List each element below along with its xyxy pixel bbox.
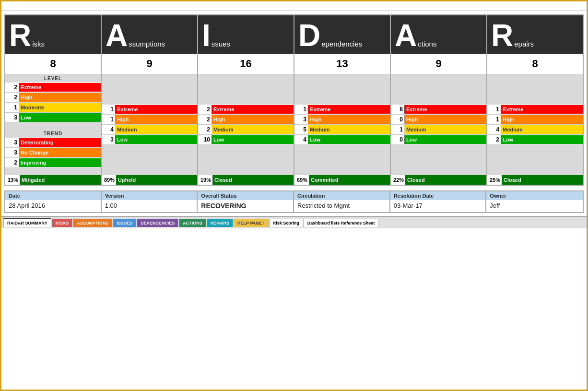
issues-extreme-label: Extreme: [212, 105, 294, 114]
actions-extreme-num: 8: [391, 105, 404, 114]
risks-small-word: isks: [32, 40, 45, 51]
list-item: 2High: [198, 115, 294, 125]
actions-header: Actions: [391, 15, 486, 54]
header: [1, 1, 587, 11]
actions-medium-num: 1: [391, 125, 404, 134]
assumptions-pct-label: Upheld: [116, 175, 197, 185]
tab-dependencies[interactable]: DEPENDENCIES: [137, 219, 178, 227]
dependencies-small-word: ependencies: [321, 40, 362, 51]
actions-low-label: Low: [404, 135, 486, 144]
risks-pct-num: 13%: [5, 175, 20, 185]
tab-issues[interactable]: ISSUES: [113, 219, 136, 227]
list-item: 2Medium: [198, 125, 294, 135]
risks-high-label: High: [19, 93, 101, 102]
issues-high-label: High: [212, 115, 294, 124]
tab-assumptions[interactable]: ASSUMPTIONS: [73, 219, 112, 227]
repairs-small-word: epairs: [514, 40, 534, 51]
dependencies-spacer-top: [294, 74, 390, 105]
tab-help-page-[interactable]: HELP PAGE !: [234, 219, 269, 227]
repairs-low-num: 2: [487, 135, 501, 144]
info-cell-label: Resolution Date: [390, 191, 486, 200]
assumptions-extreme-num: 1: [102, 105, 115, 114]
info-cell-value: 28 April 2016: [9, 202, 97, 209]
actions-pct-num: 22%: [391, 175, 405, 185]
issues-spacer-bot: [198, 145, 294, 175]
actions-extreme-label: Extreme: [404, 105, 486, 114]
risks-big-letter: R: [9, 20, 31, 51]
actions-pct-row: 22%Closed: [391, 175, 486, 185]
repairs-medium-label: Medium: [501, 125, 583, 134]
actions-medium-label: Medium: [404, 125, 486, 134]
risks-high-num: 2: [5, 93, 19, 102]
risks-deteriorating-num: 3: [5, 138, 19, 147]
list-item: 2Improving: [5, 158, 101, 168]
dependencies-extreme-num: 1: [294, 105, 308, 114]
info-cell-value: 03-Mar-17: [394, 202, 482, 209]
tab-dashboard-lists-reference-sheet[interactable]: Dashboard lists Reference Sheet: [304, 219, 379, 227]
info-cell-label: Version: [102, 191, 197, 200]
list-item: 1Medium: [391, 125, 486, 135]
info-cell-value: RECOVERING: [201, 202, 290, 210]
list-item: 1High: [102, 115, 197, 125]
actions-count: 9: [391, 54, 486, 74]
repairs-big-letter: R: [491, 20, 513, 51]
assumptions-extreme-label: Extreme: [115, 105, 197, 114]
actions-high-label: High: [404, 115, 486, 124]
assumptions-low-num: 3: [102, 135, 115, 144]
tab-actions[interactable]: ACTIONS: [179, 219, 206, 227]
list-item: 3No Change: [5, 148, 101, 158]
assumptions-spacer-top: [102, 74, 197, 105]
tabs-bar[interactable]: RAIDAR SUMMARYRISKSASSUMPTIONSISSUESDEPE…: [1, 216, 587, 228]
issues-big-letter: I: [202, 20, 211, 51]
dependencies-low-label: Low: [308, 135, 390, 144]
actions-high-num: 0: [391, 115, 404, 124]
risks-deteriorating-label: Deteriorating: [19, 138, 101, 147]
list-item: 4Medium: [487, 125, 583, 135]
list-item: 4Low: [294, 135, 390, 145]
assumptions-high-num: 1: [102, 115, 115, 124]
list-item: 2Extreme: [198, 105, 294, 115]
issues-header: Issues: [198, 15, 294, 54]
issues-pct-label: Closed: [212, 175, 294, 185]
repairs-high-label: High: [501, 115, 583, 124]
dependencies-count: 13: [294, 54, 390, 74]
risks-moderate-label: Moderate: [19, 103, 101, 112]
info-cell-label: Circulation: [294, 191, 389, 200]
repairs-extreme-num: 1: [487, 105, 501, 114]
issues-small-word: ssues: [212, 40, 230, 51]
col-issues: Issues162Extreme2High2Medium10Low19%Clos…: [198, 15, 294, 186]
issues-extreme-num: 2: [198, 105, 212, 114]
col-dependencies: Dependencies131Extreme3High5Medium4Low69…: [294, 15, 391, 186]
dependencies-extreme-label: Extreme: [308, 105, 390, 114]
risks-no-change-num: 3: [5, 148, 19, 157]
repairs-pct-num: 25%: [487, 175, 502, 185]
col-risks: Risks8LEVEL2Extreme2High1Moderate3LowTRE…: [5, 15, 102, 186]
assumptions-pct-num: 89%: [102, 175, 116, 185]
repairs-low-label: Low: [501, 135, 583, 144]
tab-raidar-summary[interactable]: RAIDAR SUMMARY: [3, 218, 51, 227]
tab-repairs[interactable]: REPAIRS: [207, 219, 233, 227]
repairs-high-num: 1: [487, 115, 501, 124]
issues-medium-num: 2: [198, 125, 212, 134]
repairs-extreme-label: Extreme: [501, 105, 583, 114]
dependencies-high-label: High: [308, 115, 390, 124]
issues-low-num: 10: [198, 135, 212, 144]
actions-spacer-bot: [391, 145, 486, 175]
dependencies-low-num: 4: [294, 135, 308, 144]
risks-moderate-num: 1: [5, 103, 19, 112]
repairs-pct-label: Closed: [502, 175, 583, 185]
tab-risk-scoring[interactable]: Risk Scoring: [269, 219, 303, 227]
issues-count: 16: [198, 54, 294, 74]
tab-risks[interactable]: RISKS: [52, 219, 73, 227]
dependencies-pct-label: Committed: [309, 175, 390, 185]
dependencies-medium-label: Medium: [308, 125, 390, 134]
list-item: 5Medium: [294, 125, 390, 135]
list-item: 0Low: [391, 135, 486, 145]
risks-extreme-label: Extreme: [19, 83, 101, 92]
list-item: 3High: [294, 115, 390, 125]
assumptions-big-letter: A: [106, 20, 128, 51]
info-cell-label: Date: [5, 191, 101, 200]
issues-low-label: Low: [212, 135, 294, 144]
list-item: 1Extreme: [102, 105, 197, 115]
list-item: 0High: [391, 115, 486, 125]
